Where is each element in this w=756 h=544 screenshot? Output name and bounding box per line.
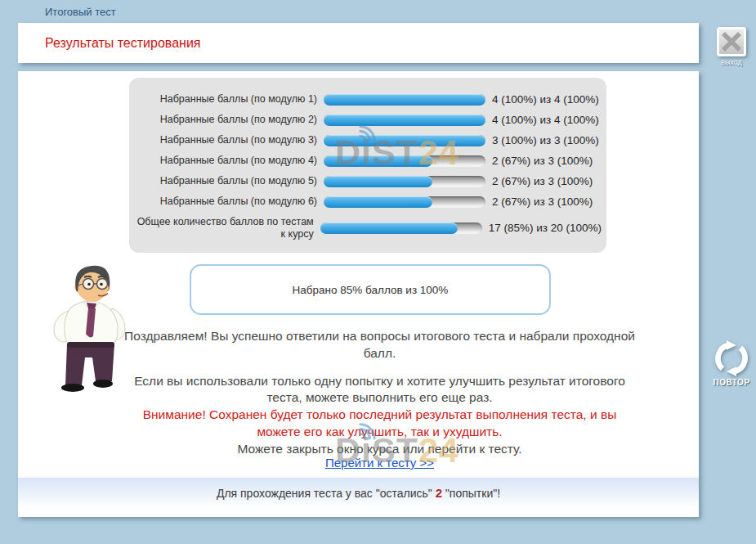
result-label: Набранные баллы (по модулю 2): [134, 114, 317, 126]
progress-bar-fill: [324, 135, 485, 146]
result-messages: Поздравляем! Вы успешно ответили на вопр…: [120, 328, 639, 457]
congrats-text: Поздравляем! Вы успешно ответили на вопр…: [120, 328, 639, 362]
progress-bar: [324, 196, 485, 208]
result-row: Набранные баллы (по модулю 3) 3 (100%) и…: [134, 134, 602, 146]
result-value: 17 (85%) из 20 (100%): [489, 222, 602, 234]
warning-text: Внимание! Сохранен будет только последни…: [120, 407, 639, 441]
result-value: 2 (67%) из 3 (100%): [492, 175, 593, 187]
exit-button-label: выход: [705, 58, 756, 66]
result-row: Набранные баллы (по модулю 5) 2 (67%) из…: [134, 175, 602, 187]
result-value: 4 (100%) из 4 (100%): [492, 93, 599, 106]
score-summary-text: Набрано 85% баллов из 100%: [293, 284, 449, 296]
progress-bar: [324, 115, 485, 126]
progress-bar-fill: [324, 94, 485, 106]
result-row: Набранные баллы (по модулю 6) 2 (67%) из…: [134, 196, 602, 208]
result-row-total: Общее количество баллов по тестам к курс…: [134, 216, 602, 241]
attempts-bar: Для прохождения теста у вас "остались" 2…: [18, 478, 699, 517]
progress-bar: [324, 94, 485, 106]
result-row: Набранные баллы (по модулю 2) 4 (100%) и…: [134, 114, 602, 126]
header-panel: Результаты тестирования: [18, 23, 699, 63]
progress-bar-fill: [324, 176, 432, 187]
link-row: Перейти к тесту >>: [120, 456, 639, 470]
attempts-text-suffix: "попытки"!: [442, 487, 500, 500]
result-value: 3 (100%) из 3 (100%): [492, 134, 599, 146]
progress-bar-fill: [324, 155, 432, 167]
result-row: Набранные баллы (по модулю 4) 2 (67%) из…: [134, 155, 602, 167]
results-panel: Набранные баллы (по модулю 1) 4 (100%) и…: [129, 78, 606, 253]
exit-button[interactable]: выход: [705, 27, 756, 66]
result-label: Набранные баллы (по модулю 6): [134, 196, 317, 208]
result-label: Набранные баллы (по модулю 4): [134, 155, 317, 167]
page-title: Результаты тестирования: [45, 36, 200, 51]
progress-bar: [324, 176, 485, 187]
window-title: Итоговый тест: [45, 6, 116, 18]
result-label: Набранные баллы (по модулю 3): [134, 134, 317, 146]
progress-bar-fill: [324, 115, 485, 126]
result-row: Набранные баллы (по модулю 1) 4 (100%) и…: [134, 93, 602, 106]
close-icon: [717, 27, 746, 56]
progress-bar: [324, 155, 485, 167]
result-label: Общее количество баллов по тестам к курс…: [134, 216, 314, 241]
refresh-icon: [714, 340, 749, 376]
progress-bar-fill: [324, 196, 432, 208]
repeat-button[interactable]: ПОВТОР: [704, 340, 756, 387]
retry-info-text: Если вы использовали только одну попытку…: [120, 373, 639, 407]
progress-bar: [320, 223, 482, 234]
repeat-button-label: ПОВТОР: [704, 378, 756, 387]
result-value: 4 (100%) из 4 (100%): [492, 114, 599, 126]
result-value: 2 (67%) из 3 (100%): [492, 196, 593, 208]
score-summary-box: Набрано 85% баллов из 100%: [190, 264, 551, 315]
attempts-count: 2: [436, 486, 442, 500]
progress-bar: [324, 135, 485, 146]
attempts-text-prefix: Для прохождения теста у вас "остались": [217, 487, 436, 500]
content-panel: Набранные баллы (по модулю 1) 4 (100%) и…: [18, 71, 699, 478]
result-label: Набранные баллы (по модулю 5): [134, 175, 317, 187]
result-value: 2 (67%) из 3 (100%): [492, 155, 593, 167]
result-label: Набранные баллы (по модулю 1): [134, 93, 317, 106]
progress-bar-fill: [320, 223, 458, 234]
go-to-test-link[interactable]: Перейти к тесту >>: [325, 456, 434, 470]
